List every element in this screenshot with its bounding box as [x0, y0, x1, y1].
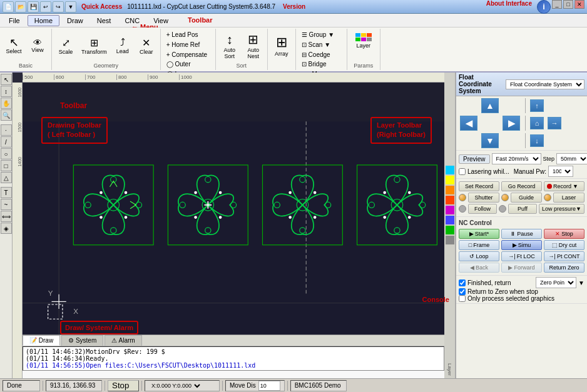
tab-alarm[interactable]: ⚠ Alarm [105, 335, 141, 346]
qa-undo-btn[interactable]: ↩ [40, 1, 51, 13]
only-process-checkbox[interactable] [459, 295, 466, 302]
array-button[interactable]: ⊞ Array [270, 33, 293, 59]
lt-point-btn[interactable]: · [1, 124, 12, 136]
preview-button[interactable]: Preview [459, 154, 490, 164]
group-button[interactable]: ☰ Group ▼ [299, 30, 337, 39]
puff-button[interactable]: Puff [508, 204, 537, 214]
lt-zoom-btn[interactable]: 🔍 [1, 109, 12, 121]
return-zero-checkbox[interactable] [459, 288, 466, 295]
layer-color-5[interactable] [446, 206, 454, 214]
close-button[interactable]: ✕ [574, 0, 584, 9]
layer-color-3[interactable] [446, 186, 454, 194]
menu-file[interactable]: File [3, 16, 26, 26]
lt-hand-btn[interactable]: ✋ [1, 98, 12, 109]
nav-home-btn[interactable]: ⌂ [530, 117, 544, 129]
coords-dropdown[interactable]: X:0.000 Y:0.000 [149, 382, 202, 389]
menu-cnc[interactable]: CNC [118, 16, 146, 26]
nav-right-sm-btn[interactable]: → [548, 117, 561, 129]
clear-button[interactable]: ✕ Clear [135, 35, 158, 57]
pause-button[interactable]: ⏸ Pause [501, 229, 542, 239]
qa-redo-btn[interactable]: ↪ [53, 1, 64, 13]
layer-button[interactable]: Layer [350, 30, 377, 52]
lt-line-btn[interactable]: / [1, 136, 12, 148]
lt-spline-btn[interactable]: ~ [1, 199, 12, 210]
qa-open-btn[interactable]: 📂 [15, 1, 26, 13]
ft-cont-button[interactable]: →| Pt CONT [544, 251, 584, 261]
compensate-button[interactable]: + Compensate [163, 50, 210, 59]
nav-right-btn[interactable]: ▶ [503, 116, 520, 131]
lt-polygon-btn[interactable]: △ [1, 172, 12, 183]
back-button[interactable]: ◀ Back [459, 263, 499, 273]
maximize-button[interactable]: □ [563, 0, 573, 9]
auto-sort-button[interactable]: ↕ Auto Sort [218, 31, 241, 61]
stop-button[interactable]: ✕ Stop [544, 229, 584, 239]
tab-system[interactable]: ⚙ System [61, 335, 103, 346]
layer-color-4[interactable] [446, 196, 454, 204]
lt-select-btn[interactable]: ↖ [1, 74, 12, 85]
guide-button[interactable]: Guide [511, 193, 542, 203]
layer-color-6[interactable] [446, 216, 454, 224]
lead-button[interactable]: ⤴ Lead [111, 35, 134, 56]
return-zero-button[interactable]: Return Zero [544, 263, 584, 273]
start-button[interactable]: ▶ Start* [459, 229, 499, 239]
nav-left-btn[interactable]: ◀ [460, 116, 477, 131]
coord-system-dropdown[interactable]: Float Coordinate System [506, 79, 584, 89]
lt-measure-btn[interactable]: ⟺ [1, 211, 12, 222]
set-record-button[interactable]: Set Record [459, 181, 499, 191]
layer-color-8[interactable] [446, 236, 454, 244]
menu-view[interactable]: View [147, 16, 175, 26]
shutter-button[interactable]: Shutter [468, 193, 499, 203]
low-pressure-button[interactable]: Low pressure▼ [539, 204, 584, 214]
nav-up-btn[interactable]: ▲ [481, 98, 499, 113]
frame-button[interactable]: □ Frame [459, 240, 499, 250]
lt-pan-btn[interactable]: ↕ [1, 86, 12, 97]
move-dis-input[interactable] [258, 381, 280, 391]
lt-text-btn[interactable]: T [1, 187, 12, 198]
auto-nest-button[interactable]: ⊞ Auto Nest [242, 30, 265, 61]
coedge-button[interactable]: ⊟ Coedge [299, 50, 337, 59]
lead-pos-button[interactable]: + Lead Pos [163, 30, 210, 39]
zero-point-dropdown[interactable]: Zero Point [536, 277, 576, 288]
nav-up-right-btn[interactable]: ↑ [530, 99, 544, 112]
canvas-area[interactable]: 500 600 700 800 900 1000 1600 1500 1400 [13, 73, 444, 378]
qa-save-btn[interactable]: 💾 [28, 1, 39, 13]
menu-nest[interactable]: Nest [91, 16, 118, 26]
layer-color-7[interactable] [446, 226, 454, 234]
select-button[interactable]: ↖ Select [3, 35, 25, 56]
step-dropdown[interactable]: 50mm [556, 153, 587, 164]
home-ref-button[interactable]: + Home Ref [163, 40, 210, 49]
go-record-button[interactable]: Go Record [501, 181, 542, 191]
transform-button[interactable]: ⊞ Transform [78, 35, 110, 57]
lt-rect-btn[interactable]: □ [1, 160, 12, 171]
scan-button[interactable]: ⊡ Scan ▼ [299, 40, 337, 49]
about-button[interactable]: i [537, 0, 551, 14]
manual-pw-dropdown[interactable]: 100% [548, 166, 573, 177]
loop-button[interactable]: ↺ Loop [459, 251, 499, 261]
tab-draw[interactable]: 📝 Draw [23, 335, 60, 346]
outer-button[interactable]: ◯ Outer [163, 59, 213, 69]
qa-new-btn[interactable]: 📄 [3, 1, 14, 13]
layer-color-1[interactable] [446, 166, 454, 174]
status-stop-button[interactable]: Stop [108, 380, 139, 391]
ft-loc-button[interactable]: →| Ft LOC [501, 251, 542, 261]
lasering-checkbox[interactable] [459, 168, 466, 175]
lt-node-btn[interactable]: ◈ [1, 223, 12, 234]
follow-button[interactable]: Follow [468, 204, 497, 214]
dry-cut-button[interactable]: ⬚ Dry cut [544, 240, 584, 250]
lt-circle-btn[interactable]: ○ [1, 148, 12, 159]
qa-more-btn[interactable]: ▼ [65, 1, 76, 13]
fast-speed-dropdown[interactable]: Fast 20mm/s [492, 153, 541, 164]
menu-home[interactable]: Home [28, 15, 59, 26]
scale-button[interactable]: ⤢ Scale [54, 35, 77, 57]
forward-button[interactable]: ▶ Forward [501, 263, 542, 273]
layer-color-2[interactable] [446, 176, 454, 184]
finished-return-checkbox[interactable] [459, 279, 466, 286]
bridge-button[interactable]: ⊡ Bridge [299, 59, 344, 69]
record-button[interactable]: Record▼ [544, 181, 584, 191]
nav-down-sm-btn[interactable]: ↓ [530, 134, 544, 147]
menu-draw[interactable]: Draw [61, 16, 89, 26]
nav-down-btn[interactable]: ▼ [481, 133, 499, 148]
minimize-button[interactable]: _ [552, 0, 562, 9]
view-button[interactable]: 👁 View [26, 36, 49, 55]
simu-button[interactable]: ▶ Simu [501, 240, 542, 250]
